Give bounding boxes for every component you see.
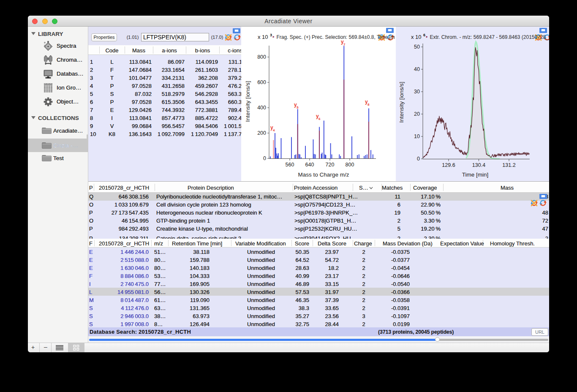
svg-text:Mass to Charge m/z: Mass to Charge m/z [298,172,349,178]
svg-text:40: 40 [414,66,420,72]
svg-text:8: 8 [367,103,370,106]
svg-text:4: 4 [273,128,275,132]
svg-text:129.6: 129.6 [442,162,455,168]
svg-text:30: 30 [414,89,420,95]
svg-text:130.4: 130.4 [472,162,485,168]
svg-text:131.2: 131.2 [502,162,515,168]
svg-text:560: 560 [286,162,294,168]
svg-text:0: 0 [417,156,420,162]
svg-text:20: 20 [414,111,420,117]
svg-text:5: 5 [297,106,299,109]
svg-text:400: 400 [257,105,266,111]
svg-text:6: 6 [318,117,321,121]
svg-text:50: 50 [414,44,420,50]
svg-text:Time [min]: Time [min] [462,172,489,178]
svg-text:600: 600 [257,79,266,85]
svg-text:720: 720 [326,162,335,168]
svg-text:x 10: x 10 [258,34,268,40]
svg-text:200: 200 [257,130,266,136]
svg-text:x 10: x 10 [411,34,422,40]
svg-text:0: 0 [263,155,266,161]
svg-text:10: 10 [414,133,420,139]
svg-text:Intensity [ions/s]: Intensity [ions/s] [245,81,251,122]
svg-text:640: 640 [305,162,314,168]
svg-text:Intensity [ions/s]: Intensity [ions/s] [398,82,405,123]
svg-text:800: 800 [346,162,354,168]
svg-text:800: 800 [257,54,266,60]
svg-text:7: 7 [343,43,346,46]
